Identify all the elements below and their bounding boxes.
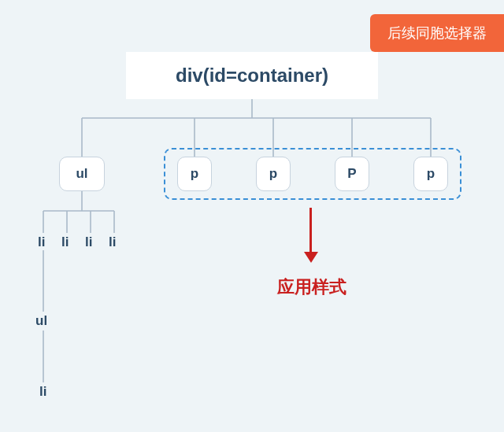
badge-selector-type: 后续同胞选择器	[370, 14, 504, 52]
apply-arrow-line	[309, 208, 312, 253]
node-ul: ul	[59, 157, 105, 191]
node-li-2: li	[61, 234, 69, 250]
node-p-2: p	[256, 157, 291, 191]
node-ul-2: ul	[35, 313, 47, 329]
node-p-4: p	[413, 157, 448, 191]
node-li-3: li	[85, 234, 92, 250]
node-li-1: li	[38, 234, 45, 250]
node-p-1: p	[177, 157, 212, 191]
apply-arrow-head	[304, 252, 318, 263]
root-node: div(id=container)	[126, 52, 378, 99]
node-li-4: li	[109, 234, 116, 250]
node-li-5: li	[39, 384, 46, 400]
apply-style-label: 应用样式	[277, 275, 346, 299]
node-p-3: P	[335, 157, 369, 191]
